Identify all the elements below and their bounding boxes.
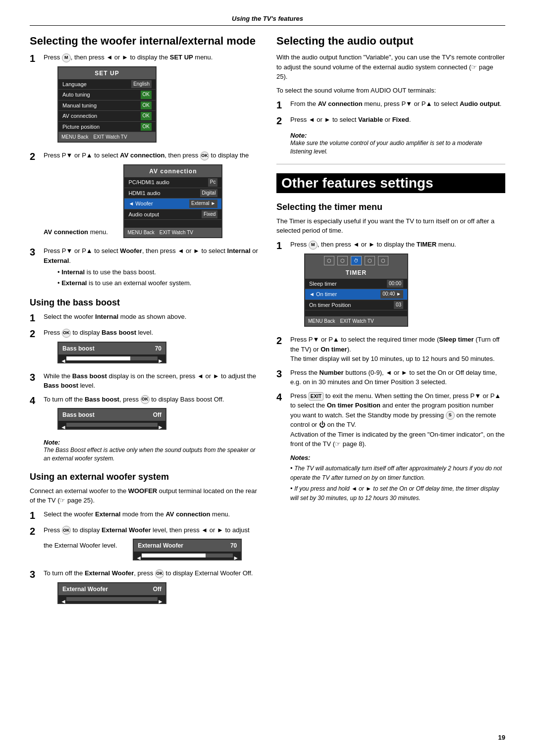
menu-icon: M — [62, 53, 71, 62]
step-3-bullets: Internal is to use the bass boost. Exter… — [57, 267, 259, 288]
timer-label-ontimerpos: On timer Position — [309, 301, 351, 309]
timer-step-num-1: 1 — [276, 240, 286, 252]
audio-output-note: Note: Make sure the volume control of yo… — [290, 132, 505, 156]
section-audio-output: Selecting the audio output With the audi… — [276, 35, 505, 156]
section-divider — [276, 164, 505, 164]
audio-step-1: 1 From the AV connection menu, press P▼ … — [276, 99, 505, 111]
bass-boost-fill — [66, 356, 130, 360]
av-connection-screen: AV connection PC/HDMI1 audio Pc HDMI1 au… — [123, 164, 222, 238]
timer-icon-2: ⬡ — [337, 256, 348, 265]
timer-row-ontimer: ◄ On timer 00:40 ► — [305, 289, 407, 300]
ext-woofer-bar — [142, 554, 233, 557]
bass-step-num-2: 2 — [30, 328, 40, 340]
timer-note-text-2: If you press and hold ◄ or ► to set the … — [290, 485, 499, 502]
section-woofer-mode: Selecting the woofer internal/external m… — [30, 35, 259, 289]
ext-woofer-off-display: External Woofer Off ◄ ► — [57, 582, 166, 604]
menu-row-language: Language English — [58, 79, 156, 90]
av-menu-title: AV connection — [124, 165, 221, 177]
ok-icon-4: OK — [62, 526, 71, 535]
bass-boost-title-bar: Bass boost 70 — [58, 343, 165, 354]
bass-boost-off-bar-row: ◄ ► — [58, 421, 165, 429]
bass-boost-title: Using the bass boost — [30, 298, 259, 308]
timer-step-num-3: 3 — [276, 368, 286, 380]
ext-woofer-value-70: 70 — [230, 541, 237, 550]
timer-menu: ⬡ ⬡ ⏱ ⬡ ⬡ TIMER Sleep timer — [304, 253, 408, 327]
ext-woofer-off-arrow-right: ► — [158, 597, 163, 606]
step-content-2: Press P▼ or P▲ to select AV connection, … — [44, 151, 259, 242]
av-label-woofer: ◄ Woofer — [128, 200, 153, 208]
timer-step-content-2: Press P▼ or P▲ to select the required ti… — [290, 335, 505, 364]
step-num-2: 2 — [30, 151, 40, 162]
step-num-1: 1 — [30, 52, 40, 64]
av-row-hdmi1: HDMI1 audio Digital — [124, 188, 221, 199]
bass-step-1: 1 Select the woofer Internal mode as sho… — [30, 312, 259, 324]
section-woofer-mode-title: Selecting the woofer internal/external m… — [30, 35, 259, 48]
bass-boost-arrow-right: ► — [158, 356, 163, 365]
audio-output-intro: With the audio output function "Variable… — [276, 52, 505, 82]
av-footer-exit-watch: EXIT Watch TV — [160, 229, 193, 236]
bullet-external: External is to use an external woofer sy… — [57, 278, 259, 288]
ext-woofer-70-display: External Woofer 70 ◄ ► — [133, 539, 242, 560]
timer-icon-5: ⬡ — [378, 256, 388, 265]
bass-step-content-2: Press OK to display Bass boost level. Ba… — [44, 328, 259, 367]
menu-label-autotuning: Auto tuning — [62, 91, 90, 99]
timer-icons-row: ⬡ ⬡ ⏱ ⬡ ⬡ — [305, 254, 407, 267]
bass-step-4: 4 To turn off the Bass boost, press OK t… — [30, 395, 259, 434]
step-num-3: 3 — [30, 246, 40, 258]
ext-woofer-label: External Woofer — [138, 541, 183, 550]
audio-step-content-2: Press ◄ or ► to select Variable or Fixed… — [290, 115, 505, 125]
note-label-bass: Note: — [44, 439, 60, 446]
bass-boost-off-bar — [66, 423, 158, 427]
ext-woofer-off-title-bar: External Woofer Off — [58, 583, 165, 595]
timer-spacer — [305, 310, 407, 316]
bass-step-content-1: Select the woofer Internal mode as shown… — [44, 312, 259, 322]
ok-icon: OK — [200, 151, 209, 160]
bass-step-content-4: To turn off the Bass boost, press OK to … — [44, 395, 259, 434]
av-footer-menu-back: MENU Back — [127, 229, 154, 236]
ok-icon-3: OK — [141, 395, 150, 404]
bass-step-3: 3 While the Bass boost display is on the… — [30, 371, 259, 391]
ext-step-num-1: 1 — [30, 509, 40, 521]
bass-step-num-3: 3 — [30, 371, 40, 383]
ext-step-content-3: To turn off the External Woofer, press O… — [44, 568, 259, 608]
timer-step-2: 2 Press P▼ or P▲ to select the required … — [276, 335, 505, 364]
bass-step-num-4: 4 — [30, 395, 40, 406]
menu-label-avconnection: AV connection — [62, 112, 97, 120]
ext-woofer-arrow-right: ► — [233, 554, 239, 562]
timer-step-content-3: Press the Number buttons (0-9), ◄ or ► t… — [290, 368, 505, 387]
audio-step-content-1: From the AV connection menu, press P▼ or… — [290, 99, 505, 109]
timer-notes: Notes: The TV will automatically turn it… — [290, 454, 505, 503]
bass-boost-off-value: Off — [153, 410, 161, 419]
av-connection-menu: AV connection PC/HDMI1 audio Pc HDMI1 au… — [123, 164, 222, 238]
timer-title: Selecting the timer menu — [276, 202, 505, 212]
timer-step-content-1: Press M, then press ◄ or ► to display th… — [290, 240, 505, 331]
ext-woofer-title: Using an external woofer system — [30, 472, 259, 482]
timer-menu-screen: ⬡ ⬡ ⏱ ⬡ ⬡ TIMER Sleep timer — [304, 253, 408, 327]
setup-menu-title: SET UP — [58, 67, 156, 79]
bass-boost-value-70: 70 — [155, 344, 161, 353]
timer-step-4: 4 Press EXIT to exit the menu. When sett… — [276, 391, 505, 449]
timer-icon-1: ⬡ — [324, 256, 334, 265]
timer-step-num-2: 2 — [276, 335, 286, 347]
menu-label-picturepos: Picture position — [62, 123, 100, 131]
header-title: Using the TV's features — [232, 15, 303, 22]
note-text-audio: Make sure the volume control of your aud… — [290, 140, 482, 155]
bass-boost-bar — [66, 356, 158, 360]
exit-btn-icon: EXIT — [309, 392, 323, 401]
note-text-bass: The Bass Boost effect is active only whe… — [44, 447, 256, 462]
menu-row-picturepos: Picture position OK — [58, 122, 156, 133]
audio-output-intro2: To select the sound volume from AUDIO OU… — [276, 86, 505, 96]
left-column: Selecting the woofer internal/external m… — [30, 35, 259, 612]
bass-boost-off-screen: Bass boost Off ◄ ► — [57, 408, 166, 430]
timer-label-ontimer: ◄ On timer — [309, 290, 337, 299]
setup-menu: SET UP Language English Auto tuning OK — [57, 66, 157, 143]
timer-intro: The Timer is especially useful if you wa… — [276, 216, 505, 236]
ext-step-2: 2 Press OK to display External Woofer le… — [30, 525, 259, 565]
audio-step-2: 2 Press ◄ or ► to select Variable or Fix… — [276, 115, 505, 127]
av-label-audioout: Audio output — [128, 210, 159, 219]
ext-woofer-off-label: External Woofer — [62, 585, 108, 594]
step-2: 2 Press P▼ or P▲ to select AV connection… — [30, 151, 259, 242]
ext-step-content-1: Select the woofer External mode from the… — [44, 509, 259, 519]
av-label-pchdmi1: PC/HDMI1 audio — [128, 178, 169, 187]
audio-output-title: Selecting the audio output — [276, 35, 505, 48]
